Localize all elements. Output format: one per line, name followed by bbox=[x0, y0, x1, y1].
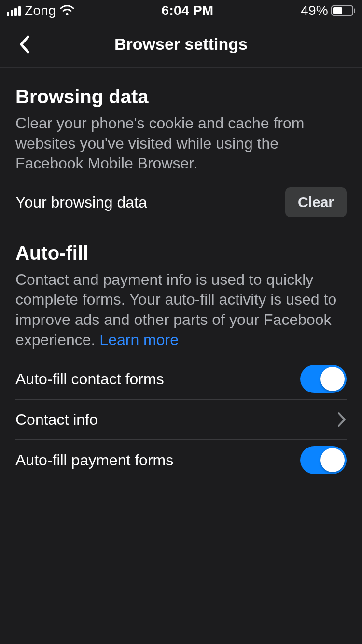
status-bar: Zong 6:04 PM 49% bbox=[0, 0, 362, 21]
autofill-payment-forms-toggle[interactable] bbox=[300, 446, 347, 474]
chevron-right-icon bbox=[337, 411, 347, 428]
browsing-data-row: Your browsing data Clear bbox=[15, 182, 347, 223]
battery-percent: 49% bbox=[301, 3, 328, 18]
browsing-section: Browsing data Clear your phone's cookie … bbox=[15, 86, 347, 223]
status-right: 49% bbox=[301, 3, 353, 18]
back-button[interactable] bbox=[14, 34, 35, 55]
contact-info-label: Contact info bbox=[15, 411, 98, 429]
autofill-contact-forms-toggle[interactable] bbox=[300, 365, 347, 393]
status-time: 6:04 PM bbox=[162, 3, 214, 18]
autofill-description: Contact and payment info is used to quic… bbox=[15, 270, 347, 350]
autofill-payment-forms-label: Auto-fill payment forms bbox=[15, 451, 173, 469]
autofill-contact-forms-label: Auto-fill contact forms bbox=[15, 370, 164, 388]
autofill-payment-forms-row: Auto-fill payment forms bbox=[15, 440, 347, 480]
wifi-icon bbox=[60, 5, 74, 16]
cellular-signal-icon bbox=[7, 5, 21, 16]
chevron-left-icon bbox=[18, 35, 30, 54]
learn-more-link[interactable]: Learn more bbox=[99, 331, 179, 349]
battery-icon bbox=[331, 5, 353, 16]
nav-header: Browser settings bbox=[0, 21, 362, 68]
autofill-section: Auto-fill Contact and payment info is us… bbox=[15, 242, 347, 480]
content: Browsing data Clear your phone's cookie … bbox=[0, 68, 362, 480]
status-left: Zong bbox=[7, 3, 74, 18]
page-title: Browser settings bbox=[114, 35, 248, 54]
autofill-contact-forms-row: Auto-fill contact forms bbox=[15, 359, 347, 399]
clear-button[interactable]: Clear bbox=[285, 187, 347, 217]
browsing-title: Browsing data bbox=[15, 86, 347, 108]
browsing-description: Clear your phone's cookie and cache from… bbox=[15, 113, 347, 174]
contact-info-row[interactable]: Contact info bbox=[15, 399, 347, 440]
browsing-data-label: Your browsing data bbox=[15, 194, 147, 211]
carrier-label: Zong bbox=[25, 3, 56, 18]
autofill-title: Auto-fill bbox=[15, 242, 347, 264]
